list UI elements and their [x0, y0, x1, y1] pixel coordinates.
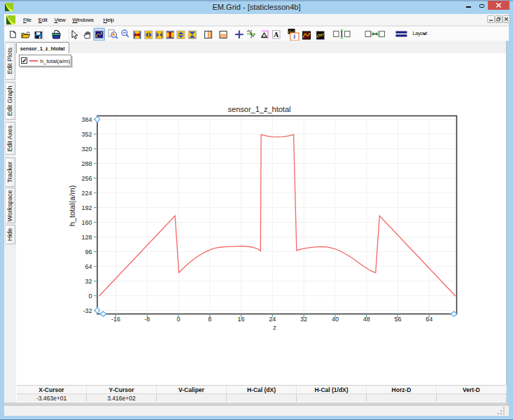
svg-text:56: 56 — [394, 316, 401, 323]
svg-text:256: 256 — [81, 175, 92, 182]
svg-text:96: 96 — [85, 248, 92, 255]
svg-text:48: 48 — [363, 316, 370, 323]
svg-text:160: 160 — [81, 219, 92, 226]
svg-text:128: 128 — [81, 234, 92, 241]
svg-text:320: 320 — [81, 146, 92, 153]
svg-text:-16: -16 — [111, 316, 120, 323]
svg-text:40: 40 — [331, 316, 338, 323]
svg-text:0: 0 — [88, 293, 92, 300]
svg-text:h_total(a/m): h_total(a/m) — [68, 186, 76, 227]
svg-text:sensor_1_z_htotal: sensor_1_z_htotal — [227, 105, 290, 113]
svg-text:352: 352 — [81, 131, 92, 138]
svg-text:A: A — [274, 31, 279, 38]
svg-text:384: 384 — [81, 116, 92, 123]
svg-text:z: z — [273, 324, 276, 331]
svg-text:32: 32 — [300, 316, 307, 323]
svg-text:64: 64 — [85, 263, 92, 270]
svg-text:288: 288 — [81, 160, 92, 167]
svg-text:0: 0 — [176, 316, 180, 323]
svg-text:192: 192 — [81, 204, 92, 211]
svg-text:224: 224 — [81, 190, 92, 197]
svg-text:8: 8 — [208, 316, 211, 323]
svg-text:64: 64 — [426, 316, 433, 323]
svg-text:16: 16 — [237, 316, 244, 323]
svg-text:-32: -32 — [83, 307, 92, 314]
svg-text:32: 32 — [85, 278, 92, 285]
svg-text:24: 24 — [269, 316, 276, 323]
svg-text:-8: -8 — [144, 316, 150, 323]
